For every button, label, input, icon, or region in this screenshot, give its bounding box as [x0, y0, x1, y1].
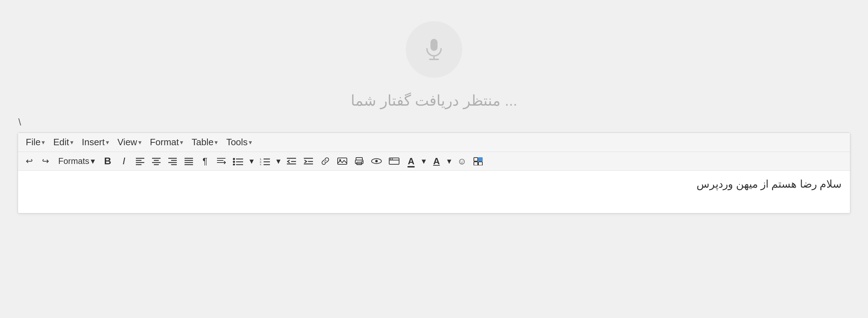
menu-table[interactable]: Table ▾ [188, 135, 221, 149]
align-center-button[interactable] [149, 153, 164, 169]
tools-arrow: ▾ [249, 139, 252, 146]
editor-container: File ▾ Edit ▾ Insert ▾ View ▾ Format ▾ T… [18, 132, 850, 213]
svg-rect-53 [478, 158, 482, 161]
edit-arrow: ▾ [70, 139, 73, 146]
outdent-button[interactable] [283, 153, 300, 169]
bullet-list-dropdown[interactable]: ▾ [247, 153, 256, 169]
svg-rect-0 [430, 39, 438, 51]
backslash-indicator: \ [18, 117, 21, 128]
format-arrow: ▾ [180, 139, 183, 146]
formats-arrow: ▾ [91, 156, 95, 166]
bullet-list-button[interactable] [230, 153, 247, 169]
paragraph-button[interactable] [213, 153, 229, 169]
menu-file[interactable]: File ▾ [22, 135, 48, 149]
preview-button[interactable] [368, 153, 385, 169]
print-button[interactable] [351, 153, 367, 169]
microphone-icon [421, 36, 447, 63]
indent-button[interactable] [300, 153, 317, 169]
editor-content[interactable]: سلام رضا هستم از میهن وردپرس [18, 171, 850, 213]
svg-rect-54 [474, 162, 478, 165]
svg-point-51 [392, 159, 393, 160]
font-color-button[interactable]: A [403, 153, 419, 169]
bold-button[interactable]: B [100, 153, 115, 169]
svg-point-50 [390, 159, 391, 160]
align-justify-button[interactable] [181, 153, 197, 169]
blockquote-button[interactable]: ¶ [197, 153, 213, 169]
svg-point-24 [233, 161, 235, 163]
view-arrow: ▾ [138, 139, 141, 146]
svg-rect-40 [338, 158, 347, 164]
number-list-dropdown[interactable]: ▾ [274, 153, 283, 169]
table-arrow: ▾ [215, 139, 218, 146]
menu-bar: File ▾ Edit ▾ Insert ▾ View ▾ Format ▾ T… [18, 133, 850, 152]
code-button[interactable] [386, 153, 403, 169]
menu-view[interactable]: View ▾ [114, 135, 145, 149]
svg-point-47 [375, 160, 378, 163]
mic-circle [406, 21, 462, 78]
image-button[interactable] [334, 153, 350, 169]
align-right-button[interactable] [165, 153, 180, 169]
toolbar: ↩ ↪ Formats ▾ B I ¶ ▾ [18, 152, 850, 171]
number-list-button[interactable]: 1.2.3. [257, 153, 273, 169]
font-color-dropdown[interactable]: ▾ [420, 153, 428, 169]
svg-point-22 [233, 158, 235, 160]
undo-button[interactable]: ↩ [22, 153, 37, 169]
emoji-button[interactable]: ☺ [454, 153, 470, 169]
svg-text:3.: 3. [260, 163, 262, 165]
align-left-button[interactable] [132, 153, 148, 169]
svg-point-45 [362, 161, 363, 162]
svg-rect-42 [356, 158, 362, 160]
redo-button[interactable]: ↪ [38, 153, 53, 169]
svg-rect-55 [478, 162, 482, 165]
menu-insert[interactable]: Insert ▾ [78, 135, 113, 149]
svg-rect-52 [474, 158, 478, 161]
link-button[interactable] [317, 153, 333, 169]
file-arrow: ▾ [42, 139, 45, 146]
menu-format[interactable]: Format ▾ [146, 135, 187, 149]
italic-button[interactable]: I [116, 153, 132, 169]
menu-edit[interactable]: Edit ▾ [50, 135, 77, 149]
insert-arrow: ▾ [106, 139, 109, 146]
select-all-button[interactable] [470, 153, 486, 169]
menu-tools[interactable]: Tools ▾ [223, 135, 255, 149]
font-bg-button[interactable]: A [429, 153, 444, 169]
svg-point-26 [233, 164, 235, 165]
font-bg-dropdown[interactable]: ▾ [445, 153, 453, 169]
formats-dropdown[interactable]: Formats ▾ [54, 153, 99, 169]
waiting-text: ... منتظر دریافت گفتار شما [351, 92, 517, 109]
